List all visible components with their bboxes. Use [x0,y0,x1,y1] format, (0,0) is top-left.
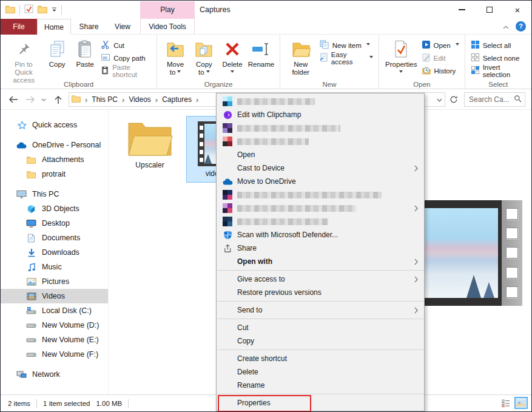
menu-item-properties[interactable]: Properties [217,396,424,410]
copy-to-button[interactable]: Copy to [190,37,218,78]
menu-item-share[interactable]: Share [217,241,424,255]
search-input[interactable] [468,95,514,104]
menu-item-edit-with-clipchamp[interactable]: Edit with Clipchamp [217,108,424,121]
menu-item-redacted[interactable] [217,188,424,201]
easy-access-button[interactable]: Easy access [318,52,375,64]
help-button[interactable]: ? [516,21,526,32]
sidebar-item-quick-access[interactable]: Quick access [1,118,108,132]
pictures-icon [26,278,36,286]
rename-label: Rename [248,61,274,69]
menu-item-move-to-onedrive[interactable]: Move to OneDrive [217,175,424,188]
sidebar-item-label: Music [42,263,62,271]
tab-share[interactable]: Share [72,19,106,35]
delete-label: Delete [222,61,242,69]
sidebar-item-music[interactable]: Music [1,260,108,274]
menu-item-rename[interactable]: Rename [217,379,424,392]
close-button[interactable]: × [503,1,531,19]
breadcrumb-captures[interactable]: Captures [162,95,192,104]
breadcrumb-this-pc[interactable]: This PC [92,95,118,104]
history-button[interactable]: History [420,64,461,77]
folder-icon[interactable] [38,5,47,15]
select-none-button[interactable]: Select none [469,52,528,64]
address-dropdown-icon[interactable] [437,95,442,104]
menu-item-redacted[interactable] [217,215,424,228]
move-to-button[interactable]: Move to [161,37,189,78]
menu-item-redacted[interactable] [217,201,424,215]
qat-customize-icon[interactable] [52,5,57,14]
sidebar-item-network[interactable]: Network [1,367,108,382]
select-all-button[interactable]: Select all [469,39,528,52]
folder-icon[interactable] [5,5,15,15]
invert-selection-button[interactable]: Invert selection [469,64,528,77]
sidebar-item-videos[interactable]: Videos [1,289,108,303]
collapse-ribbon-icon[interactable] [501,22,511,32]
sidebar-item-downloads[interactable]: Downloads [1,245,108,260]
search-icon[interactable] [514,95,522,104]
details-view-button[interactable] [499,397,513,409]
menu-item-send-to[interactable]: Send to [217,303,424,317]
open-button[interactable]: Open [420,39,461,52]
sidebar-item-this-pc[interactable]: This PC [1,187,108,201]
file-upscaler-folder[interactable]: Upscaler [118,118,181,169]
paste-shortcut-button[interactable]: Paste shortcut [99,64,153,77]
sidebar-item-documents[interactable]: Documents [1,231,108,245]
menu-item-cut[interactable]: Cut [217,321,424,334]
redacted-menu-label [237,218,328,225]
back-button[interactable] [7,93,20,106]
copy-button[interactable]: Copy [44,37,70,70]
minimize-button[interactable] [448,1,476,19]
sidebar-item-pictures[interactable]: Pictures [1,274,108,289]
menu-item-open[interactable]: Open [217,148,424,161]
sidebar-item-attachments[interactable]: Attachments [1,152,108,167]
breadcrumb-separator: › [155,95,158,104]
sidebar-item-desktop[interactable]: Desktop [1,216,108,231]
sidebar-item-local-disk-c[interactable]: Local Disk (C:) [1,303,108,318]
menu-separator [217,301,423,302]
menu-item-open-with[interactable]: Open with [217,255,424,268]
sidebar-item-new-volume-d[interactable]: New Volume (D:) [1,318,108,333]
breadcrumb-videos[interactable]: Videos [129,95,150,104]
tab-video-tools[interactable]: Video Tools [140,19,195,35]
rename-button[interactable]: Rename [247,37,275,70]
new-folder-button[interactable]: New folder [285,37,317,78]
refresh-icon[interactable] [448,93,460,106]
copy-path-button[interactable]: W.. Copy path [99,52,153,64]
sidebar-item-3d-objects[interactable]: 3D Objects [1,201,108,216]
menu-item-create-shortcut[interactable]: Create shortcut [217,352,424,365]
properties-button[interactable]: Properties [383,37,419,76]
disk-icon [26,351,36,357]
menu-item-give-access-to[interactable]: Give access to [217,272,424,286]
up-button[interactable] [52,93,65,106]
forward-button[interactable] [24,93,37,106]
tab-view[interactable]: View [107,19,138,35]
tab-play[interactable]: Play [140,1,195,19]
menu-item-restore-previous-versions[interactable]: Restore previous versions [217,286,424,299]
menu-item-cast-to-device[interactable]: Cast to Device [217,161,424,175]
tab-home[interactable]: Home [37,19,71,35]
cut-button[interactable]: Cut [99,39,153,52]
recent-locations-icon[interactable] [39,93,48,106]
tab-file[interactable]: File [1,19,37,35]
new-item-button[interactable]: New item [318,39,375,52]
menu-item-redacted[interactable] [217,135,424,148]
pin-to-quick-access-button[interactable]: Pin to Quick access [5,37,42,86]
edit-button[interactable]: Edit [420,52,461,64]
paste-button[interactable]: Paste [72,37,98,70]
maximize-button[interactable] [476,1,503,19]
thumbnail-view-button[interactable] [514,397,528,409]
properties-check-icon[interactable] [24,4,33,15]
menu-item-redacted[interactable] [217,121,424,135]
sidebar-item-protrait[interactable]: protrait [1,167,108,181]
menu-item-copy[interactable]: Copy [217,334,424,348]
copy-path-label: Copy path [113,55,145,62]
delete-button[interactable]: Delete [219,37,246,76]
menu-separator [217,270,423,271]
documents-icon [26,234,36,243]
sidebar-item-onedrive-personal[interactable]: OneDrive - Personal [1,138,108,152]
menu-item-redacted[interactable] [217,95,424,108]
app-cyan-icon [221,96,234,106]
menu-item-delete[interactable]: Delete [217,365,424,379]
menu-item-scan-with-microsoft-defender[interactable]: Scan with Microsoft Defender... [217,228,424,241]
sidebar-item-new-volume-e[interactable]: New Volume (E:) [1,333,108,347]
sidebar-item-new-volume-f[interactable]: New Volume (F:) [1,347,108,362]
